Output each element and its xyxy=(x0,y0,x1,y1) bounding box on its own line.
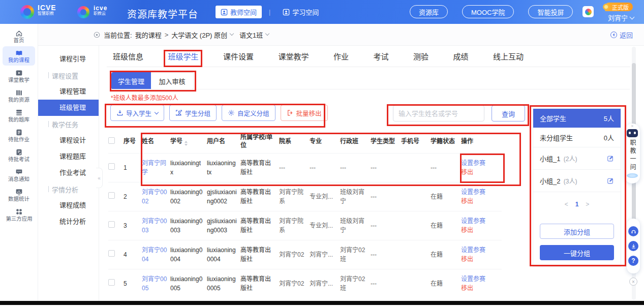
tab-grades[interactable]: 成绩 xyxy=(453,51,468,67)
menu-item-course-grades[interactable]: 课程成绩 xyxy=(38,197,99,213)
sidebar-item-third-party-apps[interactable]: 第三方应用 xyxy=(3,205,35,224)
floating-close-button[interactable]: × xyxy=(629,278,637,286)
set-competition-link[interactable]: 设置参赛 xyxy=(461,159,499,168)
tab-courseware-settings[interactable]: 课件设置 xyxy=(223,51,254,67)
cell-student-no: liuxiaoning0003 xyxy=(170,211,207,240)
batch-remove-button[interactable]: 批量移出 xyxy=(281,105,328,121)
group-label: 未分组学生 xyxy=(540,133,573,142)
enroll-status: 在籍 xyxy=(431,280,443,287)
app-header: ICVE 智慧职教 icve 职教云 资源库教学平台 教师空间 | 学习空间 资… xyxy=(0,0,644,24)
sidebar-item-pending-homework[interactable]: 待批作业 xyxy=(3,126,35,145)
student-name-link[interactable]: 刘宵宁0002 xyxy=(142,189,167,205)
school: 高等教育出版社 xyxy=(240,276,271,292)
student-name-link[interactable]: 刘宵宁0005 xyxy=(142,276,167,292)
menu-item-course-management[interactable]: 课程管理 xyxy=(38,83,99,100)
back-button[interactable]: 返回 xyxy=(610,24,633,46)
cell-school: 高等教育出版社 xyxy=(240,269,279,298)
remove-link[interactable]: 移出 xyxy=(461,255,499,264)
row-checkbox[interactable] xyxy=(108,250,115,257)
help-button[interactable]: ? xyxy=(628,256,638,266)
row-index: 2 xyxy=(124,193,127,200)
chevron-down-icon[interactable] xyxy=(265,32,269,36)
group-name: 小组_1 (2人) xyxy=(540,154,577,163)
set-competition-link[interactable]: 设置参赛 xyxy=(461,217,499,226)
download-button[interactable] xyxy=(628,241,638,251)
sidebar-item-my-resources[interactable]: 我的资源 xyxy=(3,86,35,105)
user-menu[interactable]: 刘宵宁 xyxy=(608,13,634,22)
tab-quiz[interactable]: 测验 xyxy=(413,51,428,67)
row-checkbox[interactable] xyxy=(108,221,115,228)
teacher-space-tab[interactable]: 教师空间 xyxy=(216,6,262,18)
student-grouping-button[interactable]: 学生分组 xyxy=(169,105,217,121)
quick-link-smart-screen-cast[interactable]: 智能投屏 xyxy=(528,5,573,18)
sidebar-item-notifications[interactable]: 消息通知 xyxy=(3,165,35,185)
tab-class-students[interactable]: 班级学生 xyxy=(168,51,198,67)
quick-link-resource-library[interactable]: 资源库 xyxy=(410,5,448,18)
tab-online-interaction[interactable]: 线上互动 xyxy=(493,51,524,67)
pagination-next[interactable]: > xyxy=(586,201,589,208)
group-row-1[interactable]: 小组_1 (2人) xyxy=(533,147,621,170)
set-competition-link[interactable]: 设置参赛 xyxy=(461,246,499,255)
tab-join-review[interactable]: 加入审核 xyxy=(151,72,194,89)
student-name-link[interactable]: 刘宵宁同学 xyxy=(142,160,166,176)
student-name-link[interactable]: 刘宵宁0004 xyxy=(142,247,167,263)
row-checkbox[interactable] xyxy=(108,192,115,199)
sidebar-item-classroom-teaching[interactable]: 课堂教学 xyxy=(3,66,35,85)
custom-grouping-button[interactable]: 自定义分组 xyxy=(222,105,275,121)
search-input[interactable] xyxy=(393,105,484,121)
menu-item-class-management[interactable]: 班级管理 xyxy=(38,100,99,116)
tab-homework[interactable]: 作业 xyxy=(333,51,349,67)
sidebar-collapse-handle[interactable]: « xyxy=(96,168,103,188)
breadcrumb-class-name[interactable]: 语文1班 xyxy=(239,30,263,40)
learning-space-tab[interactable]: 学习空间 xyxy=(278,6,324,18)
assistant-widget[interactable]: × 职教一问 xyxy=(625,124,640,183)
student-name-link[interactable]: 刘宵宁0003 xyxy=(142,218,167,234)
tab-class-info[interactable]: 班级信息 xyxy=(113,51,143,67)
menu-item-homework-exam[interactable]: 作业考试 xyxy=(38,165,99,181)
menu-item-course-design[interactable]: 课程设计 xyxy=(38,132,99,148)
add-group-button[interactable]: 添加分组 xyxy=(540,224,614,239)
remove-link[interactable]: 移出 xyxy=(461,226,499,235)
group-all-students[interactable]: 全部学生 5人 xyxy=(533,109,621,128)
sidebar-item-home[interactable]: 首页 xyxy=(3,26,35,46)
row-checkbox[interactable] xyxy=(108,163,115,170)
menu-item-course-guide[interactable]: 课程引导 xyxy=(38,51,99,67)
assistant-close-icon[interactable]: × xyxy=(631,124,633,129)
remove-link[interactable]: 移出 xyxy=(461,168,499,177)
remove-link[interactable]: 移出 xyxy=(461,284,499,293)
chevron-down-icon[interactable] xyxy=(230,32,234,36)
app-logo-icon[interactable] xyxy=(582,6,594,17)
set-competition-link[interactable]: 设置参赛 xyxy=(461,188,499,197)
customer-service-button[interactable] xyxy=(628,226,638,236)
breadcrumb-my-courses[interactable]: 我的课程 xyxy=(135,30,162,40)
tab-classroom-teaching[interactable]: 课堂教学 xyxy=(278,51,309,67)
row-checkbox[interactable] xyxy=(108,279,115,286)
sidebar-item-pending-exams[interactable]: 待批考试 xyxy=(3,145,35,165)
sort-icon[interactable] xyxy=(185,141,188,146)
major: --- xyxy=(310,164,316,171)
import-students-button[interactable]: 导入学生 xyxy=(110,105,164,121)
pagination-prev[interactable]: < xyxy=(565,201,568,208)
group-row-2[interactable]: 小组_2 (3人) xyxy=(533,170,621,192)
select-all-checkbox[interactable] xyxy=(108,137,115,144)
sidebar-item-my-courses[interactable]: 我的课程 xyxy=(3,46,35,66)
tab-student-management[interactable]: 学生管理 xyxy=(111,72,151,89)
column-header: 专业 xyxy=(310,130,340,154)
pagination-page-1[interactable]: 1 xyxy=(575,201,579,208)
quick-link-mooc-academy[interactable]: MOOC学院 xyxy=(462,5,514,18)
edit-group-icon[interactable] xyxy=(607,155,614,162)
auto-group-button[interactable]: 一键分组 xyxy=(540,245,614,260)
column-header-label: 操作 xyxy=(461,138,473,145)
group-ungrouped-students[interactable]: 未分组学生 0人 xyxy=(533,128,621,147)
cell-username: gjsliuxiaoning0003 xyxy=(207,211,240,240)
sidebar-item-data-statistics[interactable]: 数据统计 xyxy=(3,185,35,204)
menu-item-statistics-analysis[interactable]: 统计分析 xyxy=(38,213,99,230)
menu-item-course-question-bank[interactable]: 课程题库 xyxy=(38,148,99,165)
tab-exam[interactable]: 考试 xyxy=(373,51,388,67)
query-button[interactable]: 查询 xyxy=(492,105,525,121)
breadcrumb-course-name[interactable]: 大学语文 (2P) 原创 xyxy=(171,30,227,40)
sidebar-item-my-question-bank[interactable]: 我的题库 xyxy=(3,106,35,125)
edit-group-icon[interactable] xyxy=(607,177,614,185)
remove-link[interactable]: 移出 xyxy=(461,197,499,206)
set-competition-link[interactable]: 设置参赛 xyxy=(461,274,499,284)
